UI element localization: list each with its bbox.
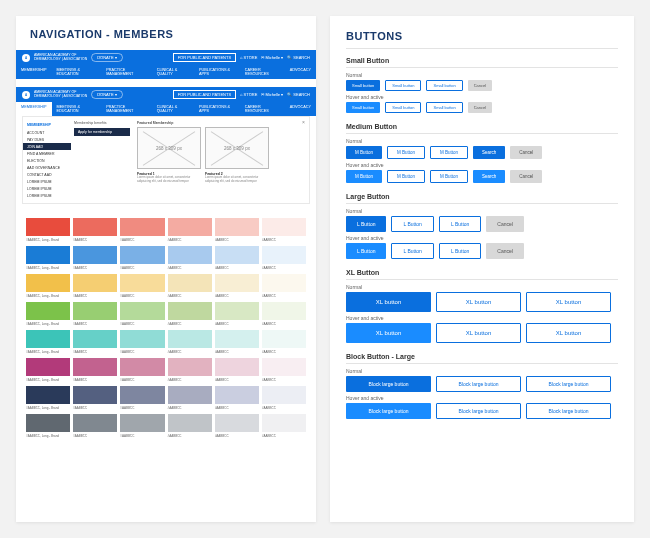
mega-item[interactable]: FIND A MEMBER (23, 150, 71, 157)
color-swatch[interactable]: #AABBCC (120, 330, 164, 348)
store-link[interactable]: ⌂ STORE (240, 92, 257, 97)
cancel-button[interactable]: Cancel (468, 80, 492, 91)
public-patients-link[interactable]: FOR PUBLIC AND PATIENTS (173, 90, 236, 99)
color-swatch[interactable]: #AABBCC (120, 414, 164, 432)
demo-button[interactable]: Small button (346, 80, 380, 91)
color-swatch[interactable]: #AABBCC (215, 246, 259, 264)
nav-item[interactable]: CLINICAL & QUALITY (152, 65, 194, 79)
demo-button[interactable]: Block large button (346, 376, 431, 392)
color-swatch[interactable]: #AABBCC (120, 358, 164, 376)
color-swatch[interactable]: #AABBCC (120, 302, 164, 320)
color-swatch[interactable]: #AABBCC (73, 330, 117, 348)
color-swatch[interactable]: #AABBCC (215, 330, 259, 348)
color-swatch[interactable]: #AABBCC (215, 274, 259, 292)
store-link[interactable]: ⌂ STORE (240, 55, 257, 60)
color-swatch[interactable]: #AABBCC (120, 218, 164, 236)
demo-button[interactable]: M Button (346, 170, 382, 183)
demo-button[interactable]: L Button (346, 243, 386, 259)
nav-item[interactable]: PUBLICATIONS & APPS (194, 65, 240, 79)
color-swatch[interactable]: #AABBCC (215, 358, 259, 376)
demo-button[interactable]: M Button (387, 146, 425, 159)
color-swatch[interactable]: #AABBCC, Long - Brand (26, 218, 70, 236)
nav-item[interactable]: MEETINGS & EDUCATION (52, 65, 102, 79)
nav-item[interactable]: ADVOCACY (285, 102, 316, 116)
color-swatch[interactable]: #AABBCC (73, 274, 117, 292)
color-swatch[interactable]: #AABBCC (262, 246, 306, 264)
color-swatch[interactable]: #AABBCC (168, 246, 212, 264)
color-swatch[interactable]: #AABBCC (262, 302, 306, 320)
demo-button[interactable]: Block large button (526, 376, 611, 392)
cancel-button[interactable]: Cancel (486, 216, 524, 232)
mega-item[interactable]: LOREM IPSUM (23, 185, 71, 192)
color-swatch[interactable]: #AABBCC (168, 386, 212, 404)
search-link[interactable]: 🔍 SEARCH (287, 92, 310, 97)
color-swatch[interactable]: #AABBCC (168, 218, 212, 236)
color-swatch[interactable]: #AABBCC (262, 414, 306, 432)
nav-item[interactable]: PRACTICE MANAGEMENT (101, 65, 151, 79)
demo-button[interactable]: XL button (526, 323, 611, 343)
color-swatch[interactable]: #AABBCC, Long - Brand (26, 386, 70, 404)
color-swatch[interactable]: #AABBCC, Long - Brand (26, 246, 70, 264)
nav-item[interactable]: PRACTICE MANAGEMENT (101, 102, 151, 116)
color-swatch[interactable]: #AABBCC (73, 302, 117, 320)
demo-button[interactable]: Search (473, 170, 505, 183)
color-swatch[interactable]: #AABBCC (73, 414, 117, 432)
demo-button[interactable]: Small button (426, 80, 462, 91)
color-swatch[interactable]: #AABBCC, Long - Brand (26, 414, 70, 432)
nav-item[interactable]: PUBLICATIONS & APPS (194, 102, 240, 116)
color-swatch[interactable]: #AABBCC (262, 386, 306, 404)
color-swatch[interactable]: #AABBCC (168, 358, 212, 376)
color-swatch[interactable]: #AABBCC, Long - Brand (26, 330, 70, 348)
color-swatch[interactable]: #AABBCC (73, 218, 117, 236)
nav-item[interactable]: CAREER RESOURCES (240, 102, 285, 116)
demo-button[interactable]: L Button (439, 243, 481, 259)
demo-button[interactable]: L Button (391, 243, 433, 259)
demo-button[interactable]: L Button (439, 216, 481, 232)
color-swatch[interactable]: #AABBCC (262, 358, 306, 376)
color-swatch[interactable]: #AABBCC (262, 330, 306, 348)
color-swatch[interactable]: #AABBCC, Long - Brand (26, 302, 70, 320)
color-swatch[interactable]: #AABBCC (120, 386, 164, 404)
color-swatch[interactable]: #AABBCC (168, 274, 212, 292)
demo-button[interactable]: Small button (385, 80, 421, 91)
color-swatch[interactable]: #AABBCC (120, 246, 164, 264)
nav-item[interactable]: MEETINGS & EDUCATION (52, 102, 102, 116)
color-swatch[interactable]: #AABBCC, Long - Brand (26, 358, 70, 376)
donate-button[interactable]: DONATE ▾ (91, 53, 122, 62)
nav-item[interactable]: CLINICAL & QUALITY (152, 102, 194, 116)
color-swatch[interactable]: #AABBCC (73, 246, 117, 264)
demo-button[interactable]: XL button (436, 292, 521, 312)
color-swatch[interactable]: #AABBCC (215, 302, 259, 320)
color-swatch[interactable]: #AABBCC (168, 302, 212, 320)
mega-item[interactable]: PAY DUES (23, 136, 71, 143)
cancel-button[interactable]: Cancel (510, 146, 542, 159)
demo-button[interactable]: L Button (346, 216, 386, 232)
color-swatch[interactable]: #AABBCC (168, 414, 212, 432)
mega-item[interactable]: CONTACT AAD (23, 171, 71, 178)
demo-button[interactable]: M Button (346, 146, 382, 159)
nav-item[interactable]: CAREER RESOURCES (240, 65, 285, 79)
mega-item[interactable]: LOREM IPSUM (23, 192, 71, 199)
demo-button[interactable]: XL button (346, 292, 431, 312)
demo-button[interactable]: Block large button (436, 403, 521, 419)
demo-button[interactable]: Small button (385, 102, 421, 113)
nav-item[interactable]: ADVOCACY (285, 65, 316, 79)
mega-item[interactable]: AAD GOVERNANCE (23, 164, 71, 171)
demo-button[interactable]: Block large button (346, 403, 431, 419)
demo-button[interactable]: L Button (391, 216, 433, 232)
demo-button[interactable]: Small button (426, 102, 462, 113)
demo-button[interactable]: M Button (430, 146, 468, 159)
cancel-button[interactable]: Cancel (486, 243, 524, 259)
color-swatch[interactable]: #AABBCC (215, 386, 259, 404)
close-icon[interactable]: × (302, 119, 305, 125)
mega-item-active[interactable]: JOIN AAD (23, 143, 71, 150)
donate-button[interactable]: DONATE ▾ (91, 90, 122, 99)
demo-button[interactable]: Block large button (526, 403, 611, 419)
color-swatch[interactable]: #AABBCC (262, 218, 306, 236)
mega-item[interactable]: ACCOUNT (23, 129, 71, 136)
demo-button[interactable]: Small button (346, 102, 380, 113)
demo-button[interactable]: XL button (346, 323, 431, 343)
nav-item[interactable]: MEMBERSHIP (16, 65, 52, 79)
cancel-button[interactable]: Cancel (468, 102, 492, 113)
color-swatch[interactable]: #AABBCC (215, 218, 259, 236)
